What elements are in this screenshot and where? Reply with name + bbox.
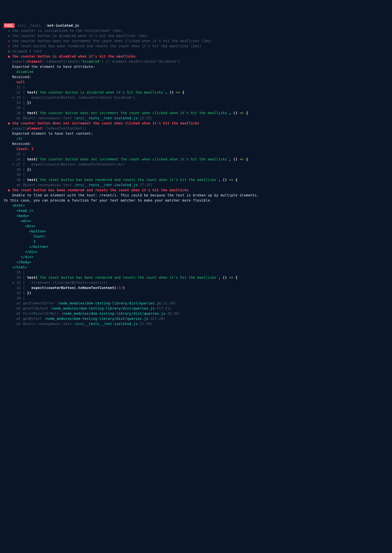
summary-marker: ✕	[8, 34, 10, 38]
dom-dump-line: </button>	[4, 244, 388, 249]
dom-dump-line: Count:	[4, 234, 388, 239]
expected-label: Expected element to have text content:	[12, 131, 93, 136]
dom-dump-line: 3	[4, 239, 388, 244]
error-title: ● the counter button does not increment …	[4, 121, 388, 126]
code-snippet-line: 30 | test(`the reset button has been ren…	[4, 177, 388, 182]
stack-location: src/__tests__/not-isolated.js	[76, 116, 138, 120]
line-number: 30	[16, 276, 21, 280]
dom-dump-line: <html>	[4, 203, 388, 208]
test-summary-line: ○ skipped 1 test	[4, 49, 388, 54]
stack-location: node_modules/dom-testing-library/dist/qu…	[53, 306, 154, 311]
line-number: 29	[16, 270, 21, 274]
dom-dump-line: </div>	[4, 249, 388, 255]
dom-dump-line: </html>	[4, 265, 388, 270]
test-summary-line: ✕ the counter button does not increment …	[4, 38, 388, 44]
line-number: 33	[16, 291, 21, 295]
code-snippet-line: > 23 | expect(counterButton).toHaveAttri…	[4, 95, 388, 100]
error-message: Unable to find an element with the text:…	[4, 193, 388, 198]
summary-marker: ○	[8, 49, 10, 53]
file-header: FAIL src/__tests__/not-isolated.js	[4, 23, 388, 28]
line-number: 25	[16, 106, 21, 110]
code-snippet-line: 26 | test(`the counter button does not i…	[4, 111, 388, 116]
stack-frame: at firstResultOrNull (node_modules/dom-t…	[4, 311, 388, 316]
error-pointer-icon: >	[12, 281, 16, 285]
code-snippet-line: 26 | test(`the counter button does not i…	[4, 157, 388, 162]
line-number: 23	[16, 96, 21, 100]
test-summary-line: ✕ the counter button is disabled when it…	[4, 33, 388, 38]
file-path-bold: not-isolated.js	[47, 23, 79, 28]
code-snippet-line: 25 |	[4, 152, 388, 157]
code-snippet-line: > 31 | fireEvent.click(getByText(/reset/…	[4, 280, 388, 285]
assertion-line: expect(element).toHaveAttribute("disable…	[4, 59, 388, 64]
line-number: 21	[16, 85, 21, 89]
code-snippet-line: 24 | })	[4, 100, 388, 105]
summary-text: the counter button is disabled when it's…	[12, 34, 148, 38]
error-title-text: the counter button does not increment th…	[12, 121, 199, 125]
error-title-text: the counter button is disabled when it's…	[12, 54, 135, 58]
error-title-text: the reset button has been rendered and r…	[12, 188, 189, 192]
stack-frame: at Object.<anonymous>.test (src/__tests_…	[4, 182, 388, 188]
stack-frame: at getByText (node_modules/dom-testing-l…	[4, 316, 388, 321]
code-snippet-line: 28 | })	[4, 167, 388, 172]
dom-dump-line: <body>	[4, 213, 388, 218]
stack-location: node_modules/dom-testing-library/dist/qu…	[46, 317, 148, 321]
summary-text: skipped 1 test	[12, 49, 42, 53]
line-number: 24	[16, 101, 21, 105]
test-summary-line: ✕ the reset button has been rendered and…	[4, 44, 388, 49]
error-title: ● the reset button has been rendered and…	[4, 188, 388, 193]
stack-frame: at Object.<anonymous>.test (src/__tests_…	[4, 116, 388, 121]
code-snippet-line: 34 |	[4, 296, 388, 301]
received-label: Received:	[12, 75, 31, 79]
line-number: 25	[16, 152, 21, 156]
stack-location: node_modules/dom-testing-library/dist/qu…	[63, 311, 165, 316]
code-snippet-line: 22 | test(`the counter button is disable…	[4, 90, 388, 95]
summary-text: the counter button does not increment th…	[12, 39, 212, 43]
summary-marker: ✕	[8, 44, 10, 48]
error-pointer-icon: >	[12, 162, 16, 166]
stack-location: src/__tests__/not-isolated.js	[76, 322, 138, 326]
error-title: ● the counter button is disabled when it…	[4, 54, 388, 59]
expected-value: /4/	[16, 137, 23, 141]
line-number: 26	[16, 111, 21, 115]
received-value: Count: 3	[16, 147, 34, 151]
summary-marker: ✓	[8, 29, 10, 33]
received-value: null	[16, 80, 25, 84]
fail-badge: FAIL	[4, 23, 14, 28]
summary-text: the reset button has been rendered and r…	[12, 44, 201, 48]
assertion-line: expect(element).toHaveTextContent()	[4, 126, 388, 131]
dom-dump-line: <button>	[4, 229, 388, 234]
error-bullet-icon: ●	[8, 54, 10, 58]
dom-dump-line: <head />	[4, 208, 388, 213]
code-snippet-line: 29 |	[4, 270, 388, 275]
dom-dump-line: <div>	[4, 218, 388, 224]
code-snippet-line: 33 | })	[4, 290, 388, 296]
jest-output: FAIL src/__tests__/not-isolated.js ✓ the…	[4, 23, 388, 326]
dom-dump-line: </body>	[4, 260, 388, 265]
line-number: 22	[16, 90, 21, 94]
line-number: 28	[16, 167, 21, 172]
expected-value: disabled	[16, 70, 34, 74]
stack-location: node_modules/dom-testing-library/dist/qu…	[59, 301, 161, 305]
stack-frame: at getElementError (node_modules/dom-tes…	[4, 301, 388, 306]
code-snippet-line: 29 |	[4, 172, 388, 177]
dom-dump-line: <div>	[4, 224, 388, 229]
summary-text: the counter is initialized to the initia…	[12, 29, 123, 33]
code-snippet-line: 30 | test(`the reset button has been ren…	[4, 275, 388, 280]
summary-marker: ✕	[8, 39, 10, 43]
line-number: 34	[16, 296, 21, 300]
error-pointer-icon: >	[12, 96, 16, 100]
file-path-dim: src/__tests__/	[18, 23, 47, 28]
line-number: 27	[16, 162, 21, 166]
error-bullet-icon: ●	[8, 188, 10, 192]
code-snippet-line: 25 |	[4, 105, 388, 111]
code-snippet-line: > 27 | expect(counterButton).toHaveTextC…	[4, 162, 388, 167]
line-number: 29	[16, 173, 21, 177]
line-number: 30	[16, 178, 21, 182]
dom-dump-line: </div>	[4, 255, 388, 260]
received-label: Received:	[12, 142, 31, 146]
stack-location: src/__tests__/not-isolated.js	[76, 183, 138, 187]
line-number: 31	[16, 281, 21, 285]
code-snippet-line: 21 |	[4, 85, 388, 90]
expected-label: Expected the element to have attribute:	[12, 65, 95, 69]
code-snippet-line: 32 | expect(counterButton).toHaveTextCon…	[4, 285, 388, 290]
